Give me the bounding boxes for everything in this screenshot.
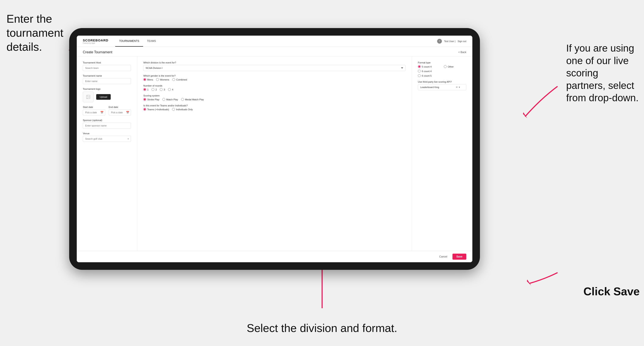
teams-radio-group: Teams (+Individuals) Individuals Only xyxy=(143,108,406,111)
topnav: SCOREBOARD Powered by clippit TOURNAMENT… xyxy=(77,36,472,47)
start-date-wrap: 📅 xyxy=(83,109,105,116)
rounds-2[interactable]: 2 xyxy=(152,88,157,91)
format-other[interactable]: Other xyxy=(444,65,466,68)
arrow-bottomright xyxy=(523,268,562,290)
format-6count5[interactable]: 6 count 5 xyxy=(418,74,440,77)
tablet-screen: SCOREBOARD Powered by clippit TOURNAMENT… xyxy=(77,36,472,262)
logo-label: Tournament logo xyxy=(83,88,131,90)
save-button[interactable]: Save xyxy=(452,254,466,260)
scoring-match-radio[interactable] xyxy=(162,98,165,101)
cancel-button[interactable]: Cancel xyxy=(436,254,450,260)
rounds-2-label: 2 xyxy=(156,88,157,91)
teams-teams[interactable]: Teams (+Individuals) xyxy=(143,108,169,111)
form-col-2: Which division is the event for? NCAA Di… xyxy=(137,57,412,251)
rounds-3-label: 3 xyxy=(164,88,165,91)
form-col-3: Format type 5 count 4 Other xyxy=(412,57,472,251)
format-5count4[interactable]: 5 count 4 xyxy=(418,65,440,68)
logo-upload: Upload xyxy=(83,92,131,102)
back-link[interactable]: < Back xyxy=(458,51,466,54)
rounds-1-label: 1 xyxy=(147,88,148,91)
venue-field-group: Venue ▼ xyxy=(83,132,131,142)
format-other-label: Other xyxy=(448,65,454,68)
format-options-grid: 5 count 4 Other 6 count 4 xyxy=(418,65,466,77)
arrow-topright xyxy=(518,82,562,125)
upload-button[interactable]: Upload xyxy=(96,94,111,100)
format-6count4-radio[interactable] xyxy=(418,70,421,73)
brand-sub: Powered by clippit xyxy=(83,42,108,44)
scoring-medal-label: Medal Match Play xyxy=(185,98,204,101)
venue-dropdown-icon: ▼ xyxy=(127,138,129,140)
gender-field-group: Which gender is the event for? Mens Wome… xyxy=(143,74,406,81)
end-date-field: End date 📅 xyxy=(109,106,131,116)
rounds-4-radio[interactable] xyxy=(168,88,171,91)
sponsor-field-group: Sponsor (optional) xyxy=(83,119,131,129)
gender-womens[interactable]: Womens xyxy=(156,78,169,81)
rounds-3-radio[interactable] xyxy=(160,88,162,91)
format-other-radio[interactable] xyxy=(444,65,447,68)
sponsor-label: Sponsor (optional) xyxy=(83,119,131,122)
brand-title: SCOREBOARD xyxy=(83,39,108,42)
scoring-radio-group: Stroke Play Match Play Medal Match Play xyxy=(143,98,406,101)
annotation-bottomright-prefix: Click xyxy=(584,285,614,298)
name-label: Tournament name xyxy=(83,74,131,77)
live-scoring-clear-icon[interactable]: ✕ xyxy=(456,86,458,89)
live-scoring-input-wrap[interactable]: Leaderboard King ✕ ▾ xyxy=(418,84,466,90)
logo-placeholder xyxy=(83,92,94,102)
teams-individuals[interactable]: Individuals Only xyxy=(172,108,193,111)
host-input[interactable] xyxy=(83,65,131,71)
format-6count4[interactable]: 6 count 4 xyxy=(418,70,440,73)
scoring-match[interactable]: Match Play xyxy=(162,98,178,101)
gender-combined[interactable]: Combined xyxy=(172,78,187,81)
nav-user-text: Test User | xyxy=(444,40,455,42)
format-5count4-radio[interactable] xyxy=(418,65,421,68)
logo-field-group: Tournament logo Upload xyxy=(83,88,131,102)
gender-combined-radio[interactable] xyxy=(172,78,175,81)
nav-links: TOURNAMENTS TEAMS xyxy=(115,36,160,47)
division-field-group: Which division is the event for? NCAA Di… xyxy=(143,61,406,71)
name-input[interactable] xyxy=(83,78,131,84)
rounds-2-radio[interactable] xyxy=(152,88,154,91)
start-date-label: Start date xyxy=(83,106,105,108)
format-6count5-radio[interactable] xyxy=(418,74,421,77)
gender-womens-radio[interactable] xyxy=(156,78,159,81)
format-empty-1 xyxy=(444,70,466,73)
live-scoring-dropdown-icon[interactable]: ▾ xyxy=(459,86,460,89)
teams-label: Is this event for Teams and/or Individua… xyxy=(143,104,406,107)
date-row: Start date 📅 End date 📅 xyxy=(83,106,131,116)
annotation-bottomright-bold: Save xyxy=(614,285,640,298)
gender-mens-radio[interactable] xyxy=(143,78,146,81)
venue-input[interactable] xyxy=(83,136,131,142)
form-col-1: Tournament Host Tournament name Tourname… xyxy=(77,57,137,251)
scoring-stroke-radio[interactable] xyxy=(143,98,146,101)
svg-marker-2 xyxy=(527,280,531,286)
teams-field-group: Is this event for Teams and/or Individua… xyxy=(143,104,406,111)
gender-mens[interactable]: Mens xyxy=(143,78,153,81)
rounds-4[interactable]: 4 xyxy=(168,88,173,91)
rounds-1-radio[interactable] xyxy=(143,88,146,91)
scoring-medal-radio[interactable] xyxy=(181,98,184,101)
gender-radio-group: Mens Womens Combined xyxy=(143,78,406,81)
scoring-label: Scoring system xyxy=(143,94,406,97)
start-date-icon: 📅 xyxy=(100,111,104,114)
start-date-field: Start date 📅 xyxy=(83,106,105,116)
live-scoring-section: Use third-party live scoring API? Leader… xyxy=(418,81,466,90)
teams-individuals-radio[interactable] xyxy=(172,108,175,111)
rounds-3[interactable]: 3 xyxy=(160,88,165,91)
teams-teams-radio[interactable] xyxy=(143,108,146,111)
rounds-1[interactable]: 1 xyxy=(143,88,148,91)
format-label: Format type xyxy=(418,61,466,64)
format-6count4-label: 6 count 4 xyxy=(422,70,432,73)
division-select[interactable]: NCAA Division I xyxy=(143,65,406,71)
format-6count5-label: 6 count 5 xyxy=(422,74,432,77)
svg-marker-1 xyxy=(523,112,527,118)
end-date-label: End date xyxy=(109,106,131,108)
live-scoring-label: Use third-party live scoring API? xyxy=(418,81,466,83)
annotation-bottom: Select the division and format. xyxy=(247,321,397,335)
venue-label: Venue xyxy=(83,132,131,135)
nav-link-teams[interactable]: TEAMS xyxy=(143,36,160,47)
nav-signout[interactable]: Sign out xyxy=(458,40,466,42)
nav-link-tournaments[interactable]: TOURNAMENTS xyxy=(115,36,143,47)
sponsor-input[interactable] xyxy=(83,123,131,129)
scoring-stroke[interactable]: Stroke Play xyxy=(143,98,159,101)
scoring-medal[interactable]: Medal Match Play xyxy=(181,98,204,101)
